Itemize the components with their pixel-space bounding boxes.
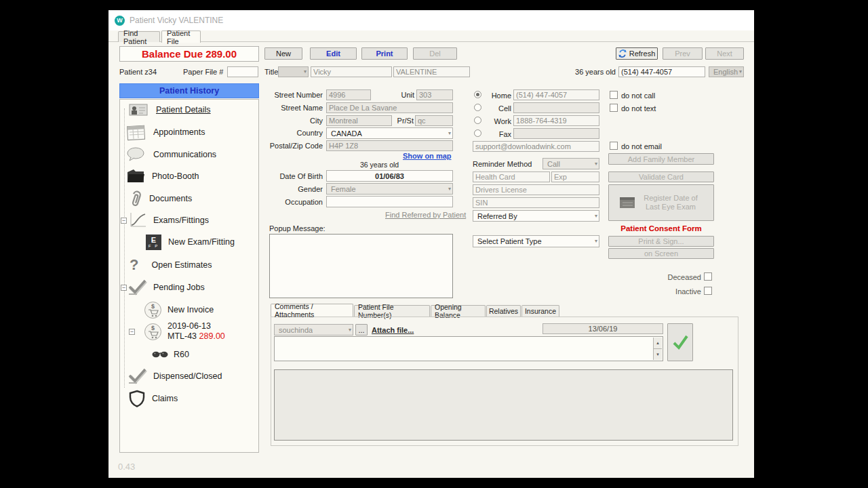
prst-input[interactable] <box>415 115 453 126</box>
validate-card-button[interactable]: Validate Card <box>608 171 714 182</box>
tab-relatives[interactable]: Relatives <box>486 305 521 317</box>
email-input[interactable] <box>473 141 599 152</box>
tab-insurance[interactable]: Insurance <box>521 305 559 317</box>
postal-input[interactable] <box>326 140 453 151</box>
popup-message-textarea[interactable] <box>269 234 453 298</box>
sidebar-item-exams-fittings[interactable]: Exams/Fittings <box>128 209 209 231</box>
sidebar-item-open-estimates[interactable]: ? Open Estimates <box>130 254 212 276</box>
paper-file-input[interactable] <box>227 66 258 77</box>
spinner-up-icon[interactable]: ▴ <box>654 338 662 349</box>
new-button[interactable]: New <box>264 47 302 60</box>
prev-button[interactable]: Prev <box>663 47 703 60</box>
tree-connector <box>124 108 125 388</box>
collapse-box[interactable]: − <box>121 218 127 224</box>
street-number-input[interactable] <box>326 89 371 100</box>
spinner-down-icon[interactable]: ▾ <box>654 349 662 360</box>
sidebar-item-new-invoice[interactable]: $ New Invoice <box>144 299 214 321</box>
checkmark-icon <box>127 279 148 296</box>
print-button[interactable]: Print <box>361 47 408 60</box>
sidebar-item-r60[interactable]: R60 <box>151 344 189 365</box>
comment-input[interactable] <box>275 337 652 361</box>
collapse-box[interactable]: − <box>129 329 135 335</box>
print-and-sign-button[interactable]: Print & Sign... <box>608 236 714 247</box>
do-not-email-checkbox[interactable] <box>610 142 618 150</box>
city-input[interactable] <box>326 115 392 126</box>
collapse-box[interactable]: − <box>121 285 127 291</box>
country-select[interactable]: CANADA▾ <box>326 127 453 139</box>
home-label: Home <box>480 92 511 100</box>
patient-consent-form-heading: Patient Consent Form <box>608 224 714 232</box>
drivers-license-input[interactable] <box>473 184 599 195</box>
sidebar-item-pending-jobs[interactable]: Pending Jobs <box>127 277 205 298</box>
sidebar-item-photo-booth[interactable]: Photo-Booth <box>125 165 199 187</box>
home-phone-input[interactable] <box>513 89 599 100</box>
attach-file-link[interactable]: Attach file... <box>372 326 414 334</box>
sidebar-item-patient-details[interactable]: Patient Details <box>128 99 211 121</box>
comment-user-select[interactable]: souchinda▾ <box>274 324 353 336</box>
sidebar-item-communications[interactable]: Communications <box>125 144 216 165</box>
reminder-method-select[interactable]: Call▾ <box>542 158 599 169</box>
street-name-input[interactable] <box>326 102 453 113</box>
sin-input[interactable] <box>473 197 599 208</box>
cell-phone-input[interactable] <box>513 102 599 113</box>
comment-user-value: souchinda <box>277 325 313 335</box>
sidebar-item-label: Communications <box>153 150 216 159</box>
add-family-member-button[interactable]: Add Family Member <box>608 153 714 165</box>
health-card-input[interactable] <box>473 171 550 182</box>
find-referred-link[interactable]: Find Referred by Patient <box>385 211 466 219</box>
main-phone-input[interactable] <box>618 66 705 77</box>
fax-input[interactable] <box>513 128 599 139</box>
gender-select[interactable]: Female▾ <box>326 183 453 195</box>
tab-find-patient[interactable]: Find Patient <box>118 31 160 42</box>
tab-opening-balance[interactable]: Opening Balance <box>431 305 486 317</box>
eye-chart-small-letters: F P <box>149 244 159 248</box>
sidebar-item-appointments[interactable]: Appointments <box>125 121 205 143</box>
next-button[interactable]: Next <box>705 47 744 60</box>
speech-bubble-icon <box>125 146 147 163</box>
language-select[interactable]: English▾ <box>709 66 744 77</box>
register-last-eye-exam-button[interactable]: Register Date of Last Eye Exam <box>608 184 714 221</box>
browse-button[interactable]: ... <box>355 324 368 336</box>
chevron-down-icon: ▾ <box>304 67 307 77</box>
work-phone-input[interactable] <box>513 115 599 126</box>
sidebar-item-claims[interactable]: Claims <box>129 388 178 409</box>
last-name-input[interactable] <box>393 66 470 77</box>
first-name-input[interactable] <box>311 66 392 77</box>
do-not-text-checkbox[interactable] <box>610 104 618 112</box>
save-comment-button[interactable] <box>667 323 693 361</box>
comment-input-wrap: ▴▾ <box>274 336 663 361</box>
comment-spinner[interactable]: ▴▾ <box>653 338 662 360</box>
health-card-exp-input[interactable] <box>551 171 599 182</box>
sidebar-item-documents[interactable]: Documents <box>127 188 192 209</box>
sidebar-item-dispensed-closed[interactable]: Dispensed/Closed <box>127 365 222 387</box>
patient-history-header: Patient History <box>119 83 259 98</box>
tab-label: Insurance <box>525 307 556 315</box>
age-label: 36 years old <box>556 68 616 76</box>
dob-input[interactable] <box>326 170 453 182</box>
language-select-value: English <box>711 67 738 77</box>
sidebar-item-new-exam-fitting[interactable]: EF P New Exam/Fitting <box>146 231 235 253</box>
delete-button[interactable]: Del <box>413 47 457 60</box>
tab-patient-file[interactable]: Patient File <box>161 30 201 43</box>
inactive-checkbox[interactable] <box>704 287 712 295</box>
referred-by-select[interactable]: Referred By▾ <box>473 210 599 222</box>
patient-type-select[interactable]: Select Patient Type▾ <box>473 235 599 247</box>
unit-input[interactable] <box>416 89 453 100</box>
occupation-input[interactable] <box>326 196 453 207</box>
tab-patient-file-numbers[interactable]: Patient File Number(s) <box>354 305 430 317</box>
show-on-map-link[interactable]: Show on map <box>403 152 452 160</box>
tab-comments-attachments[interactable]: Comments / Attachments <box>271 304 353 317</box>
edit-button[interactable]: Edit <box>310 47 357 60</box>
title-select[interactable]: ▾ <box>278 66 309 77</box>
refresh-button[interactable]: Refresh <box>616 47 658 60</box>
deceased-label: Deceased <box>644 273 701 281</box>
appointments-icon <box>125 123 147 141</box>
patient-type-value: Select Patient Type <box>475 237 542 246</box>
eye-chart-big-letter: E <box>151 237 156 244</box>
do-not-call-checkbox[interactable] <box>610 91 618 99</box>
deceased-checkbox[interactable] <box>704 272 712 281</box>
on-screen-label: on Screen <box>644 249 678 258</box>
sidebar-item-invoice-2019-06-13[interactable]: $ 2019-06-13MTL-43 289.00 <box>144 319 225 344</box>
new-button-label: New <box>276 49 291 58</box>
on-screen-button[interactable]: on Screen <box>608 248 714 259</box>
